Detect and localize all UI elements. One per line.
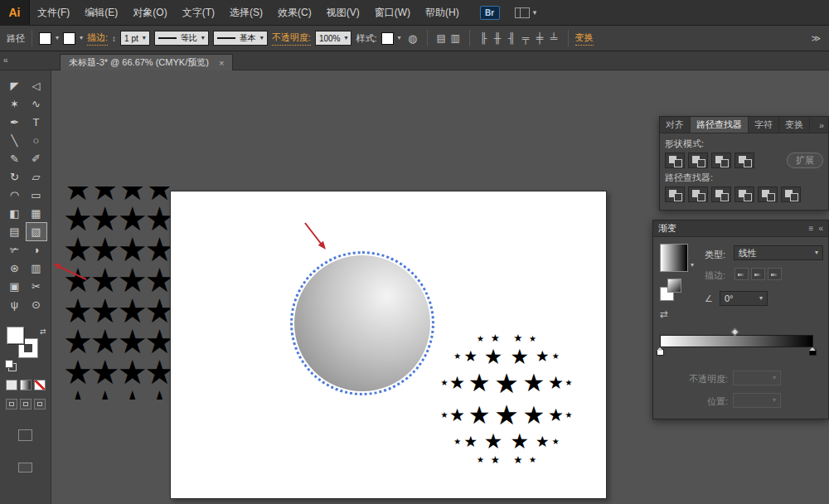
intersect-button[interactable]	[711, 153, 731, 168]
opacity-panel-link[interactable]: 不透明度:	[272, 32, 311, 46]
expand-button[interactable]: 扩展	[787, 153, 823, 168]
menu-item[interactable]: 文字(T)	[175, 0, 222, 26]
reverse-gradient-icon[interactable]	[660, 308, 668, 320]
more-options-icon[interactable]	[811, 33, 822, 44]
gradient-stop-start[interactable]	[657, 349, 664, 356]
minus-front-button[interactable]	[688, 153, 708, 168]
gradient-sphere-object[interactable]	[294, 255, 430, 391]
chevron-down-icon[interactable]	[143, 35, 146, 41]
panel-more-icon[interactable]	[815, 117, 828, 133]
chevron-down-icon[interactable]	[691, 262, 694, 269]
hand-tool[interactable]: ψ	[5, 296, 25, 313]
gradient-along-stroke-icon[interactable]	[751, 268, 765, 280]
recolor-artwork-icon[interactable]: ◍	[405, 31, 420, 46]
gradient-across-stroke-icon[interactable]	[768, 268, 782, 280]
stroke-weight-field[interactable]: 1 pt	[120, 31, 150, 46]
outline-button[interactable]	[758, 187, 778, 202]
brush-definition-select[interactable]: 基本	[213, 31, 268, 46]
default-colors-icon[interactable]	[5, 360, 17, 371]
tab-align[interactable]: 对齐	[660, 117, 691, 133]
chevron-down-icon[interactable]	[56, 35, 59, 41]
arrange-documents-icon[interactable]	[515, 7, 530, 18]
tab-character[interactable]: 字符	[749, 117, 779, 133]
zoom-tool[interactable]: ⊙	[27, 296, 46, 313]
gradient-slider[interactable]	[660, 335, 813, 347]
line-segment-tool[interactable]: ╲	[5, 132, 25, 149]
menu-item[interactable]: 帮助(H)	[418, 0, 467, 26]
slice-tool[interactable]: ✂	[27, 278, 46, 295]
chevron-down-icon[interactable]	[398, 35, 401, 41]
draw-behind-button[interactable]	[20, 399, 32, 410]
gradient-button[interactable]	[20, 380, 32, 390]
star-pattern-object[interactable]: ★★★★★★★★★★★★★★★★★★★★★★★★★★★★★★★★	[65, 187, 170, 400]
column-graph-tool[interactable]: ▥	[27, 259, 46, 277]
align-top-icon[interactable]: ╤	[519, 31, 533, 46]
exclude-button[interactable]	[734, 153, 754, 168]
stroke-color-swatch[interactable]	[63, 32, 75, 45]
gradient-within-stroke-icon[interactable]	[734, 268, 749, 280]
gradient-stop-end[interactable]	[809, 349, 817, 356]
merge-button[interactable]	[711, 187, 731, 202]
unite-button[interactable]	[665, 153, 685, 168]
align-center-vertical-icon[interactable]: ╪	[533, 31, 547, 46]
scale-tool[interactable]: ▱	[27, 168, 46, 186]
perspective-grid-tool[interactable]: ▦	[27, 205, 46, 222]
menu-item[interactable]: 效果(C)	[270, 0, 319, 26]
align-left-icon[interactable]: ╟	[477, 31, 491, 46]
selected-circle-outline[interactable]	[290, 251, 434, 395]
draw-inside-button[interactable]	[34, 399, 46, 410]
pencil-tool[interactable]: ✐	[27, 150, 46, 167]
direct-selection-tool[interactable]: ◁	[27, 77, 46, 94]
screen-mode-button[interactable]	[18, 429, 32, 441]
blend-tool[interactable]: ◑	[27, 241, 46, 259]
mesh-tool[interactable]: ▤	[5, 223, 25, 240]
gradient-location-select[interactable]	[733, 393, 781, 408]
chevron-down-icon[interactable]	[260, 35, 264, 41]
align-center-horizontal-icon[interactable]: ╫	[491, 31, 505, 46]
chevron-down-icon[interactable]	[533, 8, 537, 17]
menu-item[interactable]: 文件(F)	[30, 0, 77, 26]
shape-builder-tool[interactable]: ◧	[5, 205, 25, 222]
magic-wand-tool[interactable]: ✶	[5, 95, 25, 113]
collapse-icon[interactable]	[818, 224, 823, 233]
artboard-tool[interactable]: ▣	[5, 278, 25, 295]
divide-button[interactable]	[665, 187, 685, 202]
document-tab[interactable]: 未标题-3* @ 66.67% (CMYK/预览) ×	[60, 54, 233, 70]
gradient-opacity-select[interactable]	[733, 371, 781, 385]
panel-menu-icon[interactable]	[809, 224, 814, 233]
document-setup-icon[interactable]: ▤	[434, 31, 448, 46]
menu-item[interactable]: 选择(S)	[222, 0, 270, 26]
eyedropper-tool[interactable]: ✃	[5, 241, 25, 259]
bridge-button[interactable]: Br	[480, 6, 500, 20]
width-tool[interactable]: ◠	[5, 187, 25, 204]
chevron-down-icon[interactable]	[344, 35, 347, 41]
fill-swatch[interactable]	[7, 327, 24, 344]
ellipse-tool[interactable]: ○	[27, 132, 46, 149]
gradient-type-select[interactable]: 线性	[734, 245, 823, 260]
transform-panel-link[interactable]: 变换	[575, 32, 594, 46]
tab-transform[interactable]: 变换	[779, 117, 810, 133]
none-button[interactable]	[34, 380, 46, 390]
symbol-sprayer-tool[interactable]: ⊛	[5, 259, 25, 277]
lasso-tool[interactable]: ∿	[27, 95, 46, 113]
align-right-icon[interactable]: ╢	[505, 31, 519, 46]
menu-item[interactable]: 对象(O)	[125, 0, 174, 26]
selection-tool[interactable]: ◤	[5, 77, 25, 94]
fill-color-swatch[interactable]	[39, 32, 51, 45]
tab-pathfinder[interactable]: 路径查找器	[691, 117, 749, 133]
gradient-fill-stroke-icon[interactable]	[660, 279, 683, 301]
toolbar-display-button[interactable]	[18, 463, 32, 472]
star-sphere[interactable]: ★★★★★★★★★★★★★★★★★★★★★★★★★★★★★★★★★★	[436, 328, 577, 469]
gradient-thumbnail[interactable]	[660, 244, 688, 272]
trim-button[interactable]	[688, 187, 708, 202]
align-bottom-icon[interactable]: ╧	[547, 31, 561, 46]
swap-colors-icon[interactable]	[40, 327, 46, 336]
menu-item[interactable]: 视图(V)	[319, 0, 367, 26]
minus-back-button[interactable]	[781, 187, 801, 202]
rotate-tool[interactable]: ↻	[5, 168, 25, 186]
stroke-weight-stepper[interactable]	[112, 34, 116, 43]
gradient-tool[interactable]: ▧	[27, 223, 46, 240]
style-swatch[interactable]	[381, 32, 394, 45]
type-tool[interactable]: T	[27, 114, 46, 131]
close-icon[interactable]: ×	[219, 58, 224, 68]
